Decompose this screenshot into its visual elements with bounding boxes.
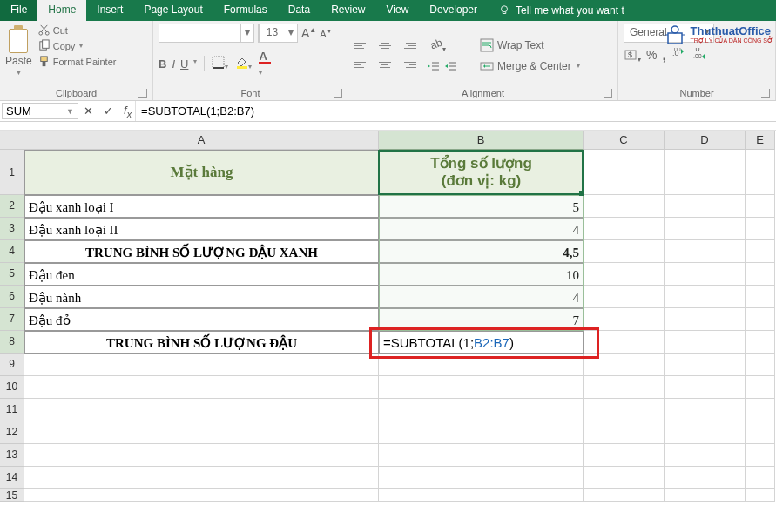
cell-E14[interactable]	[746, 467, 775, 489]
increase-decimal-button[interactable]: .0.00	[671, 48, 687, 64]
spreadsheet-grid[interactable]: A B C D E 1 Mặt hàng Tổng số lượng (đơn …	[0, 131, 776, 502]
cell-D8[interactable]	[665, 331, 746, 354]
tab-data[interactable]: Data	[278, 0, 321, 21]
cell-B8[interactable]: =SUBTOTAL(1;B2:B7)	[379, 331, 584, 354]
tab-developer[interactable]: Developer	[419, 0, 488, 21]
cell-D5[interactable]	[665, 263, 746, 286]
cell-A1[interactable]: Mặt hàng	[24, 150, 379, 195]
cell-B2[interactable]: 5	[379, 195, 584, 218]
cell-B14[interactable]	[379, 467, 584, 489]
cell-C4[interactable]	[584, 240, 665, 263]
cell-C3[interactable]	[584, 218, 665, 240]
row-header-8[interactable]: 8	[0, 331, 24, 354]
cell-E4[interactable]	[746, 240, 775, 263]
font-size-combo[interactable]: 13 ▾	[258, 24, 298, 43]
cell-D4[interactable]	[665, 240, 746, 263]
cell-E1[interactable]	[746, 150, 775, 195]
cell-A15[interactable]	[24, 489, 379, 502]
cell-A3[interactable]: Đậu xanh loại II	[24, 218, 379, 240]
cell-B15[interactable]	[379, 489, 584, 502]
cell-D13[interactable]	[665, 444, 746, 467]
shrink-font-button[interactable]: A▼	[320, 28, 332, 39]
insert-function-button[interactable]: fx	[124, 104, 132, 119]
cell-D11[interactable]	[665, 399, 746, 421]
cell-D10[interactable]	[665, 376, 746, 399]
font-name-combo[interactable]: ▾	[159, 24, 254, 43]
row-header-5[interactable]: 5	[0, 263, 24, 286]
row-header-15[interactable]: 15	[0, 489, 24, 502]
cell-E9[interactable]	[746, 354, 775, 376]
cell-B3[interactable]: 4	[379, 218, 584, 240]
align-right-button[interactable]	[399, 58, 416, 72]
cancel-button[interactable]: ✕	[84, 104, 93, 118]
col-header-B[interactable]: B	[379, 131, 584, 150]
align-bottom-button[interactable]	[399, 39, 416, 53]
col-header-C[interactable]: C	[584, 131, 665, 150]
formula-input[interactable]: =SUBTOTAL(1;B2:B7)	[135, 101, 776, 121]
cell-C5[interactable]	[584, 263, 665, 286]
grow-font-button[interactable]: A▲	[301, 26, 316, 40]
alignment-launcher[interactable]	[604, 89, 612, 98]
tab-formulas[interactable]: Formulas	[213, 0, 278, 21]
tab-file[interactable]: File	[0, 0, 37, 21]
cell-D14[interactable]	[665, 467, 746, 489]
cell-D1[interactable]	[665, 150, 746, 195]
cell-C10[interactable]	[584, 376, 665, 399]
cell-B11[interactable]	[379, 399, 584, 421]
orientation-button[interactable]: ab▾	[427, 36, 458, 54]
col-header-D[interactable]: D	[665, 131, 746, 150]
row-header-10[interactable]: 10	[0, 376, 24, 399]
increase-indent-button[interactable]	[444, 61, 458, 76]
cell-D2[interactable]	[665, 195, 746, 218]
row-header-2[interactable]: 2	[0, 195, 24, 218]
cell-E3[interactable]	[746, 218, 775, 240]
cell-A7[interactable]: Đậu đỏ	[24, 308, 379, 331]
cell-C9[interactable]	[584, 354, 665, 376]
align-top-button[interactable]	[354, 39, 371, 53]
cell-B7[interactable]: 7	[379, 308, 584, 331]
borders-button[interactable]: ▾	[212, 56, 228, 71]
decrease-indent-button[interactable]	[427, 61, 441, 76]
fill-color-button[interactable]: ▾	[235, 56, 252, 71]
cell-B1[interactable]: Tổng số lượng (đơn vị: kg)	[379, 150, 584, 195]
cell-C6[interactable]	[584, 286, 665, 308]
cell-E6[interactable]	[746, 286, 775, 308]
cell-B4[interactable]: 4,5	[379, 240, 584, 263]
cell-E12[interactable]	[746, 421, 775, 444]
cell-E8[interactable]	[746, 331, 775, 354]
clipboard-launcher[interactable]	[138, 89, 147, 98]
paste-button[interactable]: Paste ▼	[5, 24, 32, 87]
row-header-12[interactable]: 12	[0, 421, 24, 444]
cell-D3[interactable]	[665, 218, 746, 240]
cell-C12[interactable]	[584, 421, 665, 444]
cell-B13[interactable]	[379, 444, 584, 467]
cell-D15[interactable]	[665, 489, 746, 502]
cell-A9[interactable]	[24, 354, 379, 376]
row-header-4[interactable]: 4	[0, 240, 24, 263]
row-header-11[interactable]: 11	[0, 399, 24, 421]
cell-E2[interactable]	[746, 195, 775, 218]
cell-C8[interactable]	[584, 331, 665, 354]
cell-D6[interactable]	[665, 286, 746, 308]
copy-button[interactable]: Copy▾	[37, 39, 117, 52]
select-all-corner[interactable]	[0, 131, 24, 150]
cell-A13[interactable]	[24, 444, 379, 467]
cell-B12[interactable]	[379, 421, 584, 444]
tab-insert[interactable]: Insert	[86, 0, 133, 21]
bold-button[interactable]: B	[159, 57, 166, 71]
cell-E5[interactable]	[746, 263, 775, 286]
font-launcher[interactable]	[334, 89, 342, 98]
format-painter-button[interactable]: Format Painter	[37, 55, 117, 68]
cell-B10[interactable]	[379, 376, 584, 399]
cell-E15[interactable]	[746, 489, 775, 502]
italic-button[interactable]: I	[172, 57, 175, 71]
cell-A4[interactable]: TRUNG BÌNH SỐ LƯỢNG ĐẬU XANH	[24, 240, 379, 263]
comma-button[interactable]: ,	[662, 48, 665, 64]
row-header-6[interactable]: 6	[0, 286, 24, 308]
cell-A8[interactable]: TRUNG BÌNH SỐ LƯỢNG ĐẬU	[24, 331, 379, 354]
cell-E13[interactable]	[746, 444, 775, 467]
cell-A11[interactable]	[24, 399, 379, 421]
tell-me-search[interactable]: Tell me what you want t	[488, 0, 635, 21]
cell-C1[interactable]	[584, 150, 665, 195]
wrap-text-button[interactable]: Wrap Text	[480, 38, 580, 52]
